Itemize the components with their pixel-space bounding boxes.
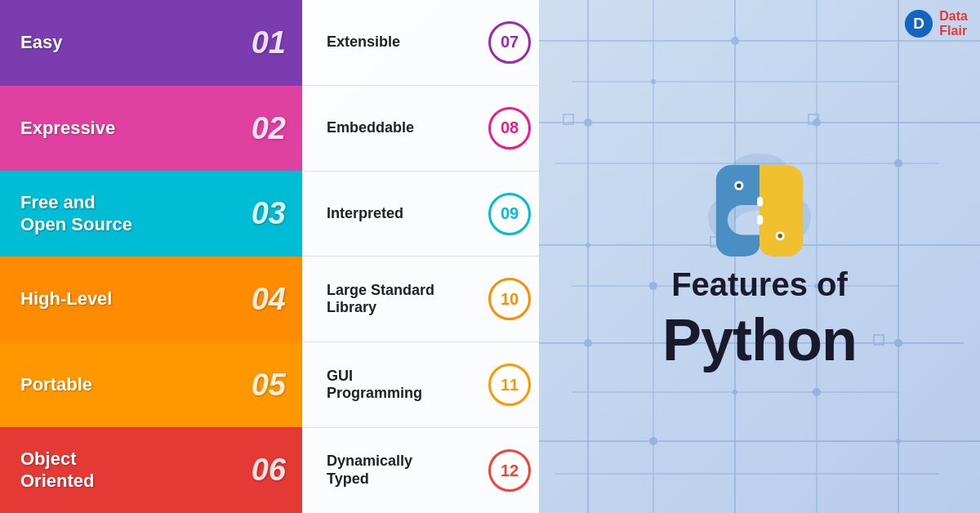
- svg-text:D: D: [913, 15, 924, 32]
- feature-row-expressive: Expressive 02: [0, 86, 302, 172]
- feature-label-free-open: Free and Open Source: [20, 192, 132, 235]
- feature-row-portable: Portable 05: [0, 342, 302, 428]
- feature-num-03: 03: [252, 196, 286, 231]
- feature-num-04: 04: [252, 282, 286, 317]
- feature-row-gui: GUI Programming 11: [302, 342, 539, 428]
- feature-num-01: 01: [252, 25, 286, 60]
- feature-row-dynamically-typed: Dynamically Typed 12: [302, 428, 539, 513]
- feature-row-embeddable: Embeddable 08: [302, 86, 539, 172]
- hero-panel: D DataFlair: [539, 0, 980, 513]
- feature-circle-10: 10: [488, 278, 531, 320]
- feature-label-portable: Portable: [20, 374, 92, 395]
- feature-row-object-oriented: Object Oriented 06: [0, 427, 302, 513]
- left-features-panel: Easy 01 Expressive 02 Free and Open Sour…: [0, 0, 302, 513]
- python-logo: [702, 148, 817, 262]
- feature-label-extensible: Extensible: [327, 33, 400, 51]
- feature-row-interpreted: Interpreted 09: [302, 172, 539, 257]
- feature-row-large-library: Large Standard Library 10: [302, 256, 539, 342]
- feature-row-high-level: High-Level 04: [0, 256, 302, 342]
- svg-rect-41: [757, 216, 763, 225]
- feature-num-05: 05: [252, 368, 286, 403]
- dataflair-logo: D DataFlair: [903, 8, 968, 39]
- feature-label-large-library: Large Standard Library: [327, 282, 434, 317]
- python-text: Python: [662, 310, 857, 369]
- feature-label-expressive: Expressive: [20, 118, 115, 139]
- feature-label-object-oriented: Object Oriented: [20, 448, 94, 492]
- svg-point-37: [737, 183, 742, 188]
- feature-num-06: 06: [252, 453, 286, 488]
- feature-circle-07: 07: [488, 21, 531, 64]
- feature-label-embeddable: Embeddable: [327, 119, 414, 137]
- right-features-panel: Extensible 07 Embeddable 08 Interpreted …: [302, 0, 539, 513]
- feature-label-high-level: High-Level: [20, 288, 112, 310]
- dataflair-text: DataFlair: [939, 9, 968, 38]
- feature-num-02: 02: [252, 111, 286, 146]
- svg-rect-40: [757, 197, 763, 206]
- main-content: Easy 01 Expressive 02 Free and Open Sour…: [0, 0, 980, 513]
- feature-circle-11: 11: [488, 364, 531, 406]
- features-of-text: Features of: [671, 266, 848, 302]
- feature-row-extensible: Extensible 07: [302, 0, 539, 86]
- feature-row-easy: Easy 01: [0, 0, 302, 86]
- feature-row-free-open: Free and Open Source 03: [0, 171, 302, 256]
- dataflair-icon: D: [903, 8, 934, 39]
- feature-label-interpreted: Interpreted: [327, 205, 403, 223]
- feature-label-gui: GUI Programming: [327, 368, 422, 403]
- feature-label-dynamically-typed: Dynamically Typed: [327, 453, 412, 488]
- feature-label-easy: Easy: [20, 32, 62, 53]
- svg-point-39: [777, 234, 782, 239]
- feature-circle-08: 08: [488, 107, 531, 149]
- feature-circle-09: 09: [488, 193, 531, 235]
- feature-circle-12: 12: [488, 449, 531, 492]
